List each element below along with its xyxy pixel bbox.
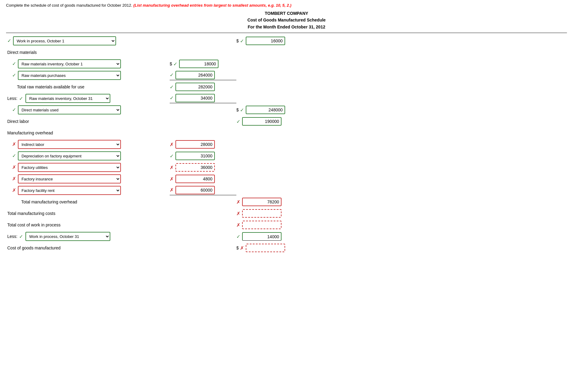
depreciation-val-check-icon: ✓ <box>170 153 174 159</box>
factory-utilities-x-icon: ✗ <box>12 165 16 170</box>
less-raw-check-icon: ✓ <box>19 96 23 101</box>
depreciation-row: ✓ Depreciation on factory equipment ✓ <box>6 151 567 161</box>
total-raw-materials-input[interactable] <box>175 83 215 91</box>
indirect-labor-col2: ✗ <box>170 140 236 149</box>
total-cost-wip-col3: ✗ <box>236 221 303 229</box>
factory-insurance-x-icon: ✗ <box>12 176 16 181</box>
raw-materials-oct31-input[interactable] <box>175 94 215 102</box>
cost-goods-mfg-input[interactable] <box>246 244 285 252</box>
factory-rent-row: ✗ Factory facility rent ✗ <box>6 186 567 195</box>
dm-used-check-icon: ✓ <box>12 107 16 112</box>
total-cost-wip-label: Total cost of work in process <box>6 222 170 227</box>
total-mfg-costs-label: Total manufacturing costs <box>6 211 170 216</box>
total-cost-wip-input[interactable] <box>242 221 282 229</box>
depreciation-col2: ✓ <box>170 152 236 160</box>
total-mfg-overhead-input[interactable] <box>242 198 282 206</box>
factory-insurance-input[interactable] <box>175 175 215 183</box>
indirect-labor-x-icon: ✗ <box>12 142 16 147</box>
cost-goods-mfg-row: Cost of goods manufactured $ ✗ <box>6 243 567 253</box>
header-divider <box>6 33 567 33</box>
depreciation-label-col: ✓ Depreciation on factory equipment <box>6 151 170 160</box>
total-mfg-costs-x-icon: ✗ <box>236 211 240 216</box>
factory-utilities-col2: ✗ <box>170 163 236 172</box>
factory-rent-x-icon: ✗ <box>12 188 16 193</box>
factory-utilities-val-x-icon: ✗ <box>170 165 174 170</box>
factory-rent-select[interactable]: Factory facility rent <box>18 186 121 195</box>
total-mfg-overhead-row: Total manufacturing overhead ✗ <box>6 197 567 207</box>
factory-utilities-row: ✗ Factory utilities ✗ <box>6 163 567 172</box>
direct-materials-label-row: Direct materials <box>6 48 567 57</box>
raw-materials-inv-label-col: ✓ Raw materials inventory, October 1 <box>6 59 170 68</box>
factory-insurance-val-x-icon: ✗ <box>170 176 174 182</box>
raw-materials-oct31-select[interactable]: Raw materials inventory, October 31 <box>25 94 110 103</box>
purchases-check-icon: ✓ <box>12 73 16 78</box>
cost-goods-mfg-label: Cost of goods manufactured <box>6 245 170 250</box>
total-mfg-overhead-x-icon: ✗ <box>236 199 240 205</box>
total-mfg-overhead-col3: ✗ <box>236 198 303 206</box>
indirect-labor-select[interactable]: Indirect labor <box>18 140 121 149</box>
cost-goods-mfg-col3: $ ✗ <box>236 244 303 252</box>
work-in-process-col3: $ ✓ <box>236 37 303 45</box>
cost-goods-mfg-x-icon: ✗ <box>240 245 244 251</box>
total-mfg-costs-col3: ✗ <box>236 209 303 218</box>
total-mfg-costs-row: Total manufacturing costs ✗ <box>6 209 567 218</box>
total-raw-materials-row: Total raw materials available for use ✓ <box>6 82 567 92</box>
direct-materials-used-input[interactable] <box>246 106 285 114</box>
factory-insurance-select[interactable]: Factory insurance <box>18 174 121 183</box>
factory-rent-input[interactable] <box>175 186 215 194</box>
raw-inv-val-check-icon: ✓ <box>173 61 177 67</box>
direct-labor-input[interactable] <box>242 117 282 126</box>
wip-val-check-icon: ✓ <box>240 38 244 44</box>
factory-utilities-select[interactable]: Factory utilities <box>18 163 121 172</box>
direct-labor-col3: ✓ <box>236 117 303 126</box>
depreciation-input[interactable] <box>175 152 215 160</box>
work-in-process-row: ✓ Work in process, October 1 $ ✓ <box>6 36 567 46</box>
form-area: ✓ Work in process, October 1 $ ✓ Direct … <box>6 36 567 253</box>
less-wip-val-check-icon: ✓ <box>236 234 240 239</box>
raw-materials-inv-row: ✓ Raw materials inventory, October 1 $ ✓ <box>6 59 567 69</box>
purchases-val-check-icon: ✓ <box>170 72 174 78</box>
less-raw-materials-row: Less: ✓ Raw materials inventory, October… <box>6 94 567 103</box>
work-in-process-input[interactable] <box>246 37 285 45</box>
less-wip-col3: ✓ <box>236 232 303 241</box>
total-cost-wip-row: Total cost of work in process ✗ <box>6 220 567 230</box>
wip-oct31-input[interactable] <box>242 232 282 241</box>
depreciation-select[interactable]: Depreciation on factory equipment <box>18 151 121 160</box>
total-mfg-costs-input[interactable] <box>242 209 282 218</box>
total-raw-materials-col2: ✓ <box>170 83 236 91</box>
direct-materials-used-col3: $ ✓ <box>236 106 303 114</box>
less-raw-materials-col2: ✓ <box>170 94 236 103</box>
work-in-process-select[interactable]: Work in process, October 1 <box>13 36 116 45</box>
factory-utilities-input[interactable] <box>175 163 215 172</box>
total-mfg-overhead-label: Total manufacturing overhead <box>6 199 170 204</box>
total-raw-check-icon: ✓ <box>170 84 174 90</box>
raw-materials-inv-select[interactable]: Raw materials inventory, October 1 <box>18 59 121 68</box>
indirect-labor-row: ✗ Indirect labor ✗ <box>6 140 567 149</box>
indirect-labor-input[interactable] <box>175 140 215 149</box>
direct-materials-used-select[interactable]: Direct materials used <box>18 105 121 114</box>
wip-check-icon: ✓ <box>7 38 11 43</box>
raw-inv-check-icon: ✓ <box>12 61 16 66</box>
raw-materials-purchases-row: ✓ Raw materials purchases ✓ <box>6 71 567 80</box>
raw-materials-purchases-col2: ✓ <box>170 71 236 80</box>
raw-materials-purchases-select[interactable]: Raw materials purchases <box>18 71 121 80</box>
work-in-process-label-col: ✓ Work in process, October 1 <box>6 36 170 45</box>
factory-rent-val-x-icon: ✗ <box>170 187 174 193</box>
raw-materials-purchases-input[interactable] <box>175 71 215 79</box>
direct-materials-label: Direct materials <box>6 50 170 55</box>
factory-insurance-col2: ✗ <box>170 175 236 183</box>
factory-rent-col2: ✗ <box>170 186 236 195</box>
raw-materials-purchases-label-col: ✓ Raw materials purchases <box>6 71 170 80</box>
dm-used-val-check-icon: ✓ <box>240 107 244 113</box>
depreciation-check-icon: ✓ <box>12 153 16 158</box>
company-header: TOMBERT COMPANY Cost of Goods Manufactur… <box>6 10 567 30</box>
direct-materials-used-label-col: ✓ Direct materials used <box>6 105 170 114</box>
raw-materials-inv-input[interactable] <box>179 60 218 68</box>
mfg-overhead-label: Manufacturing overhead <box>6 130 170 135</box>
indirect-labor-val-x-icon: ✗ <box>170 142 174 147</box>
total-raw-materials-label: Total raw materials available for use <box>6 84 170 89</box>
wip-oct31-select[interactable]: Work in process, October 31 <box>25 232 110 241</box>
mfg-overhead-label-row: Manufacturing overhead <box>6 128 567 138</box>
direct-labor-row: Direct labor ✓ <box>6 117 567 126</box>
direct-labor-label: Direct labor <box>6 119 170 124</box>
